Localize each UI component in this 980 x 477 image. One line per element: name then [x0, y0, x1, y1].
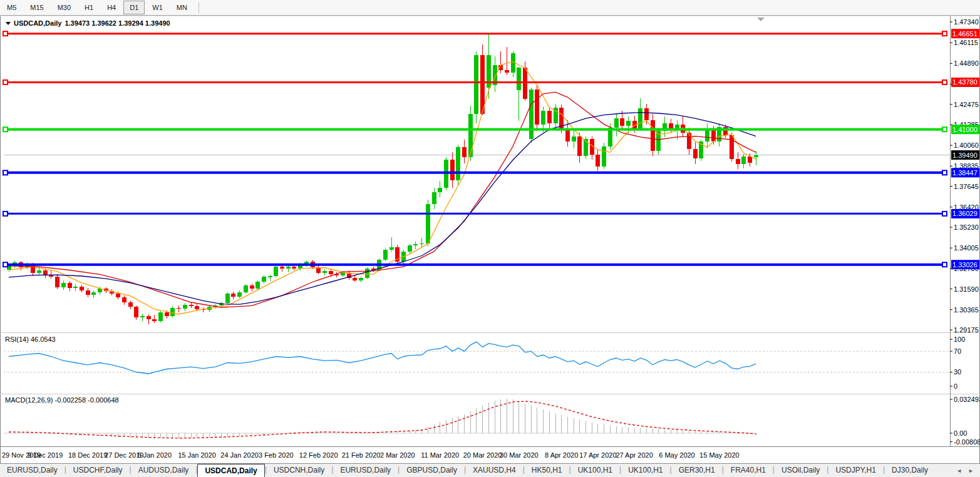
symbol-tab-AUDUSD-Daily[interactable]: AUDUSD,Daily: [132, 464, 196, 477]
timeframe-button-H4[interactable]: H4: [101, 1, 122, 14]
svg-text:-0.008086: -0.008086: [954, 438, 980, 446]
timeframe-button-W1[interactable]: W1: [146, 1, 169, 14]
symbol-tab-EURUSD-Daily[interactable]: EURUSD,Daily: [333, 464, 398, 477]
svg-text:0: 0: [954, 382, 957, 390]
symbol-tab-USDCNH-Daily[interactable]: USDCNH,Daily: [267, 464, 331, 477]
price-badge-1.46651: 1.46651: [951, 29, 979, 38]
svg-text:1.40060: 1.40060: [954, 141, 979, 149]
price-badge-1.33026: 1.33026: [951, 260, 979, 269]
svg-text:1.43780: 1.43780: [952, 78, 977, 86]
chart-symbol-period: USDCAD,Daily: [14, 19, 61, 27]
svg-text:27 Apr 2020: 27 Apr 2020: [616, 451, 652, 459]
symbol-tab-GER30-H1[interactable]: GER30,H1: [672, 464, 722, 477]
svg-text:3 Feb 2020: 3 Feb 2020: [259, 451, 294, 459]
svg-text:1.29175: 1.29175: [954, 326, 979, 334]
svg-text:15 May 2020: 15 May 2020: [699, 451, 740, 459]
svg-text:2 Mar 2020: 2 Mar 2020: [380, 451, 415, 459]
svg-text:0.032493: 0.032493: [954, 396, 980, 403]
svg-text:17 Apr 2020: 17 Apr 2020: [579, 451, 616, 459]
symbol-tab-XAUUSD-H4[interactable]: XAUUSD,H4: [466, 464, 523, 477]
svg-text:0.00: 0.00: [954, 429, 967, 437]
symbol-tabs: EURUSD,Daily|USDCHF,Daily|AUDUSD,Daily|U…: [0, 464, 935, 477]
timeframe-button-MN[interactable]: MN: [170, 1, 193, 14]
timeframe-button-D1[interactable]: D1: [123, 1, 145, 14]
timeframe-button-H1[interactable]: H1: [78, 1, 100, 14]
symbol-tab-USOil-Daily[interactable]: USOil,Daily: [775, 464, 827, 477]
svg-text:1.41000: 1.41000: [952, 126, 977, 133]
symbol-tab-UK100-H1[interactable]: UK100,H1: [621, 464, 669, 477]
svg-text:18 Dec 2019: 18 Dec 2019: [68, 451, 107, 459]
svg-text:1.42475: 1.42475: [954, 101, 979, 108]
trading-app-window: M5M15M30H1H4D1W1MN 1.473401.461151.44890…: [0, 0, 980, 477]
timeframe-toolbar: M5M15M30H1H4D1W1MN: [0, 0, 980, 16]
price-badge-1.36029: 1.36029: [951, 209, 979, 218]
macd-indicator-label: MACD(12,26,9) -0.002258 -0.000648: [5, 396, 119, 404]
date-axis: 29 Nov 20199 Dec 201918 Dec 201927 Dec 2…: [2, 451, 740, 459]
svg-text:1.36029: 1.36029: [952, 210, 977, 217]
tab-scroll-right-icon[interactable]: ►: [968, 468, 974, 474]
symbol-tab-USDJPY-H1[interactable]: USDJPY,H1: [828, 464, 882, 477]
svg-text:1.30365: 1.30365: [954, 306, 979, 314]
current-price-badge: 1.39490: [951, 150, 979, 160]
tab-scroll-arrows: ◄ ►: [950, 464, 980, 477]
chart-title: USDCAD,Daily 1.39473 1.39622 1.39294 1.3…: [6, 19, 170, 27]
svg-text:1.38447: 1.38447: [952, 169, 977, 177]
symbol-tab-USDCAD-Daily[interactable]: USDCAD,Daily: [197, 464, 264, 477]
svg-text:1.31590: 1.31590: [954, 285, 979, 293]
symbol-tab-USDCHF-Daily[interactable]: USDCHF,Daily: [66, 464, 130, 477]
symbol-tab-FRA40-H1[interactable]: FRA40,H1: [724, 464, 773, 477]
svg-text:1.39490: 1.39490: [952, 151, 977, 159]
symbol-tab-UK100-H1[interactable]: UK100,H1: [571, 464, 619, 477]
svg-text:1.46651: 1.46651: [952, 30, 977, 38]
price-badge-1.38447: 1.38447: [951, 168, 979, 177]
svg-text:6 May 2020: 6 May 2020: [659, 451, 694, 459]
rsi-indicator-label: RSI(14) 46.0543: [5, 336, 56, 343]
svg-text:1.46115: 1.46115: [954, 39, 978, 46]
tab-scroll-left-icon[interactable]: ◄: [956, 468, 962, 474]
chart-canvas[interactable]: 1.473401.461151.448901.436651.424751.412…: [0, 0, 980, 464]
svg-text:6 Jan 2020: 6 Jan 2020: [138, 451, 172, 459]
chart-ohlc-values: 1.39473 1.39622 1.39294 1.39490: [64, 19, 170, 27]
svg-text:12 Feb 2020: 12 Feb 2020: [299, 451, 338, 459]
symbol-tab-GBPUSD-Daily[interactable]: GBPUSD,Daily: [400, 464, 464, 477]
toolbar-separator: [199, 3, 199, 13]
svg-text:1.33026: 1.33026: [952, 261, 977, 269]
timeframe-button-M30[interactable]: M30: [51, 1, 77, 14]
svg-text:1.34005: 1.34005: [954, 244, 979, 252]
svg-text:1.37645: 1.37645: [954, 183, 979, 190]
svg-text:1.47340: 1.47340: [954, 18, 979, 26]
price-badge-1.41000: 1.41000: [951, 125, 979, 134]
svg-text:100: 100: [954, 336, 965, 343]
timeframe-button-M15[interactable]: M15: [24, 1, 49, 14]
svg-text:20 Mar 2020: 20 Mar 2020: [463, 451, 502, 459]
symbol-tab-bar: EURUSD,Daily|USDCHF,Daily|AUDUSD,Daily|U…: [0, 463, 980, 477]
svg-text:8 Apr 2020: 8 Apr 2020: [545, 451, 578, 459]
svg-text:15 Jan 2020: 15 Jan 2020: [178, 451, 216, 459]
svg-text:24 Jan 2020: 24 Jan 2020: [220, 451, 259, 459]
symbol-dropdown-caret-icon[interactable]: [6, 22, 11, 25]
symbol-tab-HK50-H1[interactable]: HK50,H1: [525, 464, 569, 477]
symbol-tab-EURUSD-Daily[interactable]: EURUSD,Daily: [0, 464, 64, 477]
symbol-tab-DJ30-Daily[interactable]: DJ30,Daily: [885, 464, 935, 477]
svg-text:1.35230: 1.35230: [954, 223, 979, 231]
price-badge-1.43780: 1.43780: [951, 78, 979, 87]
svg-text:30 Mar 2020: 30 Mar 2020: [500, 451, 539, 459]
svg-text:1.44890: 1.44890: [954, 59, 979, 67]
svg-text:9 Dec 2019: 9 Dec 2019: [28, 451, 63, 459]
svg-text:21 Feb 2020: 21 Feb 2020: [342, 451, 381, 459]
svg-text:11 Mar 2020: 11 Mar 2020: [421, 451, 459, 459]
svg-text:30: 30: [954, 368, 961, 376]
svg-text:70: 70: [954, 347, 961, 355]
timeframe-button-M5[interactable]: M5: [1, 1, 23, 14]
